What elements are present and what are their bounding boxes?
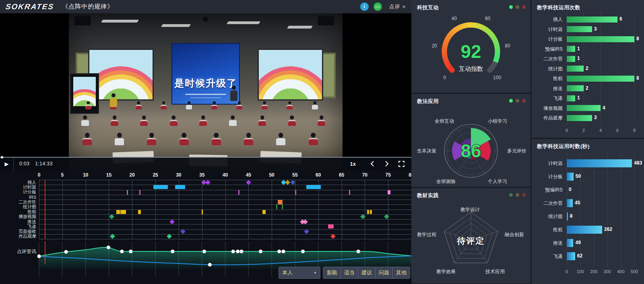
bar-value-label: 8 — [570, 213, 573, 219]
timeline-marker-diamond[interactable] — [205, 180, 211, 185]
timeline-marker-bar[interactable] — [306, 185, 321, 189]
figure-head — [85, 133, 90, 138]
timeline-marker-bar[interactable] — [122, 210, 126, 214]
pedagogy-rose-chart: 86 — [411, 103, 530, 187]
comment-tag-buttons: 新颖适当建议问题其他 — [323, 267, 410, 279]
info-icon[interactable]: i — [360, 2, 369, 11]
figure-head — [213, 101, 216, 105]
review-link[interactable]: 点评 > — [389, 3, 406, 10]
timeline-marker-tick[interactable] — [282, 204, 283, 209]
timeline-marker-diamond[interactable] — [304, 229, 309, 234]
timeline-marker-diamond[interactable] — [290, 180, 295, 185]
crowd-figure — [161, 101, 167, 109]
crowd-figure — [147, 133, 156, 145]
timeline-marker-diamond[interactable] — [180, 229, 186, 234]
timeline-chart[interactable]: 05101520253035404550556065707580挑人计时器计分板… — [0, 171, 411, 241]
timeline-marker-bar[interactable] — [116, 210, 120, 214]
bar-value-label: 4 — [603, 105, 605, 111]
timeline-marker-diamond[interactable] — [169, 219, 175, 224]
play-button[interactable]: ▶ — [0, 157, 14, 171]
timeline-marker-bar[interactable] — [262, 210, 266, 214]
figure-body — [136, 105, 142, 109]
timeline-marker-tick[interactable] — [202, 210, 203, 214]
timeline-marker-tick[interactable] — [295, 190, 296, 195]
timeline-marker-bar[interactable] — [328, 224, 334, 228]
timeline-marker-diamond[interactable] — [109, 214, 114, 220]
progress-bar[interactable] — [0, 157, 411, 158]
bar — [567, 212, 568, 220]
axis-tick-label: 40 — [217, 172, 234, 178]
crowd-figure — [180, 133, 189, 145]
bar-axis-tick: 500 — [631, 269, 638, 274]
comment-tag-button[interactable]: 适当 — [341, 267, 358, 278]
timeline-marker-bar[interactable] — [388, 190, 390, 194]
axis-tick-label: 50 — [263, 172, 281, 178]
timeline-marker-bar[interactable] — [175, 185, 185, 189]
app-root: SOKRATES 《点阵中的规律》 i 点评 > — [0, 0, 644, 284]
timeline-marker-bar[interactable] — [153, 185, 168, 189]
crowd-figure — [276, 133, 285, 145]
topbar: SOKRATES 《点阵中的规律》 i 点评 > — [0, 0, 411, 13]
axis-tick-label: 70 — [356, 172, 374, 178]
timeline-marker-diamond[interactable] — [246, 180, 251, 185]
banner-title: 是时候升级了 — [174, 77, 237, 90]
bar-axis-tick: 100 — [576, 269, 584, 274]
tv-screen — [73, 77, 96, 106]
comment-tag-button[interactable]: 其他 — [392, 267, 410, 278]
comment-icon[interactable] — [374, 2, 382, 11]
bar-category-label: 预编IRS — [532, 46, 563, 53]
bar-category-label: 飞递 — [532, 253, 563, 260]
previous-icon[interactable] — [366, 157, 378, 171]
crowd-figure — [170, 115, 178, 126]
figure-body — [309, 138, 318, 145]
bar-category-label: 推送 — [532, 240, 563, 247]
status-dots — [509, 99, 526, 103]
timeline-marker-diamond[interactable] — [110, 234, 115, 239]
timeline-marker-bar[interactable] — [370, 210, 372, 214]
panel-tech-usage-seconds: 教学科技运用时数(秒) 0100200300400500计时器483计分板50预… — [531, 139, 644, 284]
figure-head — [162, 101, 165, 105]
axis-tick-label: 15 — [100, 172, 118, 178]
speed-button[interactable]: 1x — [350, 161, 356, 167]
figure-head — [83, 115, 87, 119]
comment-tag-button[interactable]: 问题 — [375, 267, 392, 278]
video-frame: 是时候升级了 — [69, 13, 343, 171]
figure-body — [212, 138, 221, 145]
comment-tag-button[interactable]: 建议 — [358, 267, 375, 278]
bar-value-label: 1 — [577, 46, 580, 51]
progress-knob[interactable] — [1, 156, 3, 158]
timeline-marker-tick[interactable] — [238, 190, 239, 195]
bar-category-label: 计时器 — [532, 160, 563, 167]
timeline-marker-diamond[interactable] — [330, 234, 336, 239]
commenter-filter-dropdown[interactable]: 本人 ▼ — [279, 267, 320, 279]
figure-body — [229, 120, 237, 126]
fullscreen-icon[interactable] — [395, 157, 407, 171]
status-dot-0 — [509, 5, 513, 9]
timeline-row-label: 计分板 — [0, 190, 36, 195]
crowd-figure — [229, 115, 237, 126]
status-dot-2 — [522, 5, 526, 9]
comment-tag-button[interactable]: 新颖 — [323, 267, 341, 278]
timeline-marker-tick[interactable] — [127, 190, 128, 195]
timeline-marker-tick[interactable] — [349, 190, 350, 195]
timeline-marker-tick[interactable] — [139, 190, 140, 195]
timeline-marker-diamond[interactable] — [285, 180, 290, 185]
bar — [567, 26, 592, 32]
bar-category-label: 二次作答 — [532, 56, 563, 62]
timeline-marker-square[interactable] — [278, 200, 283, 204]
playhead-line[interactable] — [45, 180, 45, 239]
timeline-marker-diamond[interactable] — [167, 234, 172, 239]
bar-category-label: 飞递 — [532, 95, 563, 102]
grid-line-horizontal — [39, 214, 411, 215]
next-icon[interactable] — [381, 157, 393, 171]
lesson-review-area: SOKRATES 《点阵中的规律》 i 点评 > — [0, 0, 411, 284]
banner-subline — [185, 94, 227, 95]
timeline-marker-bar[interactable] — [367, 210, 369, 214]
crowd-figure — [140, 115, 148, 126]
figure-body — [83, 138, 92, 145]
figure-body — [262, 105, 268, 109]
timeline-marker-tick[interactable] — [276, 204, 277, 209]
timeline-marker-bar[interactable] — [138, 210, 141, 214]
grid-line-horizontal — [39, 190, 411, 190]
video-player[interactable]: 是时候升级了 ▶ 0:03 1:14:33 1x — [0, 13, 411, 171]
